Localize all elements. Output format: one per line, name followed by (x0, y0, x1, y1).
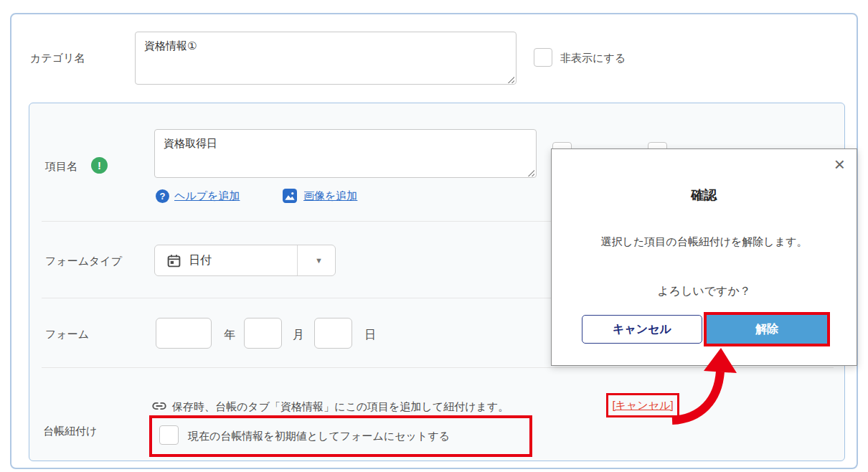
set-default-checkbox[interactable] (159, 425, 179, 445)
confirm-dialog: × 確認 選択した項目の台帳紐付けを解除します。 よろしいですか？ キャンセル … (551, 148, 857, 366)
unlink-button[interactable]: 解除 (707, 315, 827, 344)
confirm-button-highlight: 解除 (704, 312, 830, 346)
form-builder-page: カテゴリ名 資格情報① 非表示にする 項目名 ! 資格取得日 ? ヘルプを追加 … (0, 0, 868, 472)
close-icon[interactable]: × (834, 154, 845, 175)
link-chain-icon (151, 398, 167, 414)
form-type-value: 日付 (189, 253, 212, 268)
dialog-title: 確認 (552, 187, 857, 204)
form-type-dropdown[interactable]: 日付 ▼ (154, 245, 336, 276)
add-help-link[interactable]: ヘルプを追加 (174, 189, 240, 203)
item-name-input[interactable]: 資格取得日 (154, 129, 537, 178)
category-name-input[interactable]: 資格情報① (135, 32, 516, 85)
annotation-arrow-icon (656, 346, 739, 425)
day-input[interactable] (314, 318, 352, 349)
set-default-label: 現在の台帳情報を初期値としてフォームにセットする (188, 430, 450, 443)
add-image-link[interactable]: 画像を追加 (303, 189, 357, 203)
dropdown-separator (297, 245, 298, 275)
help-icon: ? (156, 189, 169, 203)
form-type-label: フォームタイプ (45, 255, 122, 268)
image-icon (283, 189, 297, 203)
day-suffix: 日 (364, 328, 376, 343)
calendar-icon (166, 253, 181, 268)
year-input[interactable] (156, 318, 212, 349)
cancel-button[interactable]: キャンセル (582, 315, 702, 344)
item-name-label: 項目名 (45, 160, 77, 174)
ledger-link-note: 保存時、台帳のタブ「資格情報」にこの項目を追加して紐付けます。 (172, 400, 509, 414)
chevron-down-icon: ▼ (315, 256, 323, 265)
form-label: フォーム (45, 328, 89, 341)
category-name-label: カテゴリ名 (30, 52, 85, 65)
dialog-message: 選択した項目の台帳紐付けを解除します。 (552, 235, 857, 249)
month-suffix: 月 (293, 328, 304, 343)
month-input[interactable] (244, 318, 282, 349)
hide-category-label: 非表示にする (560, 52, 626, 65)
hide-category-checkbox[interactable] (534, 48, 552, 67)
dialog-question: よろしいですか？ (552, 284, 857, 299)
required-badge-icon: ! (91, 157, 108, 174)
ledger-link-label: 台帳紐付け (43, 425, 97, 438)
year-suffix: 年 (224, 328, 235, 343)
